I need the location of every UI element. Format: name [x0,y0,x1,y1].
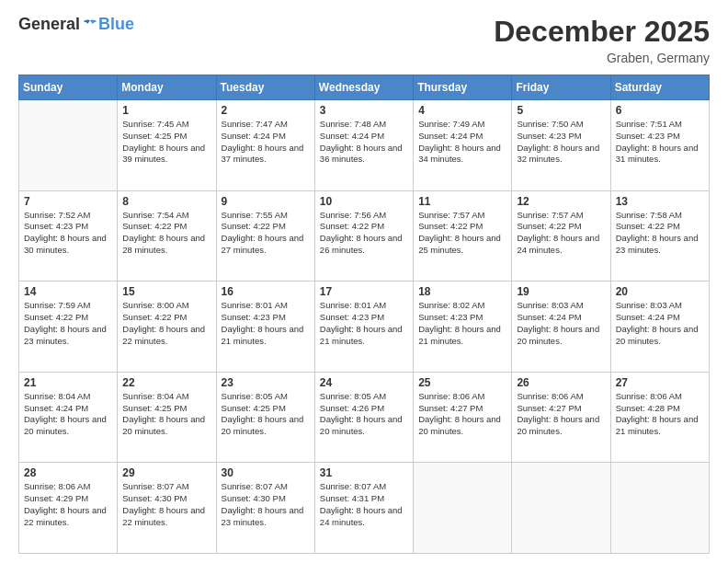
day-info: Sunrise: 8:06 AMSunset: 4:27 PMDaylight:… [517,391,605,438]
header: General Blue December 2025 Graben, Germa… [18,15,710,65]
calendar-cell: 1Sunrise: 7:45 AMSunset: 4:25 PMDaylight… [118,100,216,191]
calendar-cell: 29Sunrise: 8:07 AMSunset: 4:30 PMDayligh… [118,463,216,554]
calendar-cell: 11Sunrise: 7:57 AMSunset: 4:22 PMDayligh… [414,190,512,282]
day-number: 13 [616,195,704,208]
day-info: Sunrise: 8:05 AMSunset: 4:26 PMDaylight:… [320,391,408,438]
calendar-week-row: 21Sunrise: 8:04 AMSunset: 4:24 PMDayligh… [19,372,710,463]
calendar-cell [19,100,118,191]
day-number: 23 [222,376,310,389]
day-number: 6 [616,104,704,117]
day-number: 24 [320,376,408,389]
day-info: Sunrise: 7:48 AMSunset: 4:24 PMDaylight:… [320,119,408,166]
day-info: Sunrise: 8:06 AMSunset: 4:27 PMDaylight:… [418,391,506,438]
day-number: 15 [122,285,210,298]
day-number: 17 [320,285,408,298]
calendar-cell: 24Sunrise: 8:05 AMSunset: 4:26 PMDayligh… [314,372,413,463]
day-info: Sunrise: 8:07 AMSunset: 4:30 PMDaylight:… [222,481,310,528]
day-info: Sunrise: 8:01 AMSunset: 4:23 PMDaylight:… [320,300,408,347]
day-info: Sunrise: 7:52 AMSunset: 4:23 PMDaylight:… [24,210,112,257]
calendar-cell: 25Sunrise: 8:06 AMSunset: 4:27 PMDayligh… [414,372,512,463]
day-number: 18 [418,285,506,298]
day-number: 2 [222,104,310,117]
calendar-cell: 31Sunrise: 8:07 AMSunset: 4:31 PMDayligh… [314,463,413,554]
col-monday: Monday [118,75,216,100]
day-info: Sunrise: 8:01 AMSunset: 4:23 PMDaylight:… [222,300,310,347]
month-title: December 2025 [494,15,710,49]
day-info: Sunrise: 8:05 AMSunset: 4:25 PMDaylight:… [222,391,310,438]
calendar-cell: 28Sunrise: 8:06 AMSunset: 4:29 PMDayligh… [19,463,118,554]
day-info: Sunrise: 7:50 AMSunset: 4:23 PMDaylight:… [517,119,605,166]
calendar-cell: 7Sunrise: 7:52 AMSunset: 4:23 PMDaylight… [19,190,118,282]
calendar-table: Sunday Monday Tuesday Wednesday Thursday… [18,75,710,554]
day-number: 3 [320,104,408,117]
day-info: Sunrise: 7:57 AMSunset: 4:22 PMDaylight:… [517,210,605,257]
day-info: Sunrise: 7:58 AMSunset: 4:22 PMDaylight:… [616,210,704,257]
calendar-cell: 16Sunrise: 8:01 AMSunset: 4:23 PMDayligh… [216,282,314,373]
day-info: Sunrise: 8:03 AMSunset: 4:24 PMDaylight:… [616,300,704,347]
calendar-cell: 22Sunrise: 8:04 AMSunset: 4:25 PMDayligh… [118,372,216,463]
calendar-cell: 27Sunrise: 8:06 AMSunset: 4:28 PMDayligh… [610,372,709,463]
calendar-week-row: 28Sunrise: 8:06 AMSunset: 4:29 PMDayligh… [19,463,710,554]
day-info: Sunrise: 8:06 AMSunset: 4:29 PMDaylight:… [24,481,112,528]
col-tuesday: Tuesday [216,75,314,100]
day-number: 14 [24,285,112,298]
title-section: December 2025 Graben, Germany [494,15,710,65]
day-number: 8 [122,195,210,208]
col-friday: Friday [512,75,610,100]
day-number: 5 [517,104,605,117]
day-number: 22 [122,376,210,389]
location: Graben, Germany [494,51,710,65]
day-info: Sunrise: 8:02 AMSunset: 4:23 PMDaylight:… [418,300,506,347]
day-number: 30 [222,466,310,479]
day-info: Sunrise: 7:54 AMSunset: 4:22 PMDaylight:… [122,210,210,257]
calendar-cell: 19Sunrise: 8:03 AMSunset: 4:24 PMDayligh… [512,282,610,373]
calendar-cell: 17Sunrise: 8:01 AMSunset: 4:23 PMDayligh… [314,282,413,373]
calendar-cell: 6Sunrise: 7:51 AMSunset: 4:23 PMDaylight… [610,100,709,191]
day-number: 31 [320,466,408,479]
calendar-week-row: 7Sunrise: 7:52 AMSunset: 4:23 PMDaylight… [19,190,710,282]
day-number: 29 [122,466,210,479]
day-info: Sunrise: 7:51 AMSunset: 4:23 PMDaylight:… [616,119,704,166]
calendar-cell: 8Sunrise: 7:54 AMSunset: 4:22 PMDaylight… [118,190,216,282]
day-number: 26 [517,376,605,389]
day-number: 4 [418,104,506,117]
logo-bird-icon [82,18,98,31]
calendar-week-row: 14Sunrise: 7:59 AMSunset: 4:22 PMDayligh… [19,282,710,373]
day-info: Sunrise: 7:55 AMSunset: 4:22 PMDaylight:… [222,210,310,257]
logo-general-text: General [18,15,80,34]
day-number: 11 [418,195,506,208]
col-wednesday: Wednesday [314,75,413,100]
calendar-cell: 12Sunrise: 7:57 AMSunset: 4:22 PMDayligh… [512,190,610,282]
day-info: Sunrise: 7:56 AMSunset: 4:22 PMDaylight:… [320,210,408,257]
calendar-cell [414,463,512,554]
logo-blue-text: Blue [98,15,134,34]
col-saturday: Saturday [610,75,709,100]
day-number: 12 [517,195,605,208]
day-info: Sunrise: 7:57 AMSunset: 4:22 PMDaylight:… [418,210,506,257]
day-info: Sunrise: 8:04 AMSunset: 4:25 PMDaylight:… [122,391,210,438]
day-info: Sunrise: 8:00 AMSunset: 4:22 PMDaylight:… [122,300,210,347]
calendar-header-row: Sunday Monday Tuesday Wednesday Thursday… [19,75,710,100]
calendar-cell: 13Sunrise: 7:58 AMSunset: 4:22 PMDayligh… [610,190,709,282]
day-info: Sunrise: 8:03 AMSunset: 4:24 PMDaylight:… [517,300,605,347]
calendar-cell: 2Sunrise: 7:47 AMSunset: 4:24 PMDaylight… [216,100,314,191]
day-number: 20 [616,285,704,298]
day-number: 28 [24,466,112,479]
day-info: Sunrise: 7:45 AMSunset: 4:25 PMDaylight:… [122,119,210,166]
calendar-cell: 20Sunrise: 8:03 AMSunset: 4:24 PMDayligh… [610,282,709,373]
logo: General Blue [18,15,134,34]
day-info: Sunrise: 8:07 AMSunset: 4:31 PMDaylight:… [320,481,408,528]
day-info: Sunrise: 8:07 AMSunset: 4:30 PMDaylight:… [122,481,210,528]
calendar-cell: 14Sunrise: 7:59 AMSunset: 4:22 PMDayligh… [19,282,118,373]
day-info: Sunrise: 7:59 AMSunset: 4:22 PMDaylight:… [24,300,112,347]
col-thursday: Thursday [414,75,512,100]
calendar-cell: 23Sunrise: 8:05 AMSunset: 4:25 PMDayligh… [216,372,314,463]
day-number: 25 [418,376,506,389]
day-number: 21 [24,376,112,389]
day-info: Sunrise: 7:49 AMSunset: 4:24 PMDaylight:… [418,119,506,166]
calendar-cell: 9Sunrise: 7:55 AMSunset: 4:22 PMDaylight… [216,190,314,282]
calendar-cell [512,463,610,554]
calendar-cell: 10Sunrise: 7:56 AMSunset: 4:22 PMDayligh… [314,190,413,282]
calendar-cell [610,463,709,554]
calendar-cell: 30Sunrise: 8:07 AMSunset: 4:30 PMDayligh… [216,463,314,554]
